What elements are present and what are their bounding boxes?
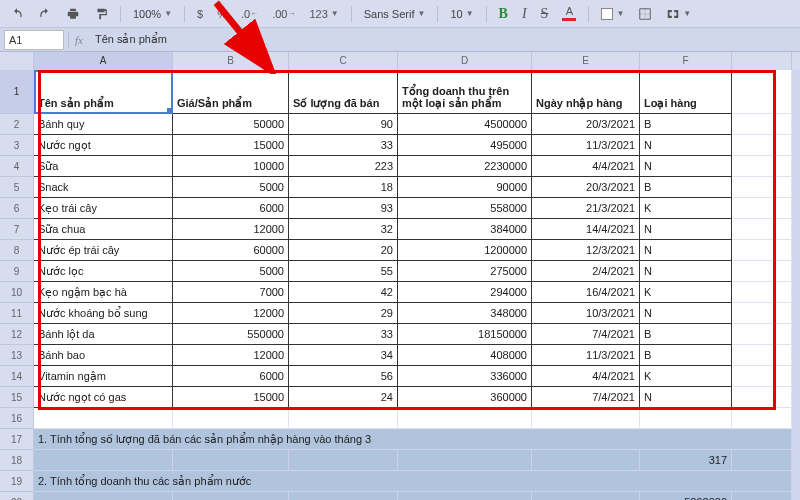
currency-format-button[interactable]: $ [193,4,207,24]
cell-product[interactable]: Nước ngọt có gas [34,387,173,408]
cell-revenue[interactable]: 495000 [398,135,532,156]
row-number[interactable]: 5 [0,177,34,198]
answer-1[interactable]: 317 [640,450,732,471]
cell-revenue[interactable]: 336000 [398,366,532,387]
cell-revenue[interactable]: 360000 [398,387,532,408]
borders-button[interactable] [634,4,656,24]
cell-product[interactable]: Nước khoáng bổ sung [34,303,173,324]
row-number[interactable]: 11 [0,303,34,324]
row-number[interactable]: 16 [0,408,34,429]
cell-qty[interactable]: 34 [289,345,398,366]
cell-product[interactable]: Snack [34,177,173,198]
cell-price[interactable]: 6000 [173,198,289,219]
cell-revenue[interactable]: 2230000 [398,156,532,177]
header-cell[interactable]: Tổng doanh thu trên một loại sản phẩm [398,70,532,114]
cell-revenue[interactable]: 294000 [398,282,532,303]
col-header-e[interactable]: E [532,52,640,70]
fill-color-button[interactable]: ▼ [597,4,628,24]
header-cell[interactable]: Tên sản phẩm [34,70,173,114]
paint-format-icon[interactable] [90,4,112,24]
cell-qty[interactable]: 20 [289,240,398,261]
cell-date[interactable]: 20/3/2021 [532,177,640,198]
cell-price[interactable]: 12000 [173,345,289,366]
zoom-select[interactable]: 100%▼ [129,4,176,24]
cell-type[interactable]: K [640,198,732,219]
decrease-decimal-button[interactable]: .0← [237,4,262,24]
cell-type[interactable]: K [640,366,732,387]
header-cell[interactable]: Số lượng đã bán [289,70,398,114]
row-number[interactable]: 14 [0,366,34,387]
cell-qty[interactable]: 24 [289,387,398,408]
row-number[interactable]: 4 [0,156,34,177]
cell-product[interactable]: Kẹo trái cây [34,198,173,219]
cell-revenue[interactable]: 275000 [398,261,532,282]
cell-qty[interactable]: 32 [289,219,398,240]
font-family-select[interactable]: Sans Serif▼ [360,4,430,24]
row-number[interactable]: 3 [0,135,34,156]
row-number[interactable]: 18 [0,450,34,471]
cell-type[interactable]: B [640,177,732,198]
question-2[interactable]: 2. Tính tổng doanh thu các sản phẩm nước [34,471,792,492]
cell-price[interactable]: 50000 [173,114,289,135]
column-headers[interactable]: A B C D E F [0,52,800,70]
redo-icon[interactable] [34,4,56,24]
cell-revenue[interactable]: 408000 [398,345,532,366]
cell-revenue[interactable]: 1200000 [398,240,532,261]
cell-type[interactable]: B [640,114,732,135]
cell-date[interactable]: 20/3/2021 [532,114,640,135]
cell-type[interactable]: B [640,345,732,366]
cell-product[interactable]: Nước ép trái cây [34,240,173,261]
fx-icon[interactable]: fx [69,34,89,46]
cell-date[interactable]: 16/4/2021 [532,282,640,303]
undo-icon[interactable] [6,4,28,24]
row-number[interactable]: 7 [0,219,34,240]
cell-qty[interactable]: 93 [289,198,398,219]
row-number[interactable]: 10 [0,282,34,303]
cell-qty[interactable]: 90 [289,114,398,135]
row-number[interactable]: 15 [0,387,34,408]
cell-product[interactable]: Sữa chua [34,219,173,240]
row-number[interactable]: 1 [0,70,34,114]
cell-qty[interactable]: 223 [289,156,398,177]
cell-date[interactable]: 12/3/2021 [532,240,640,261]
cell-type[interactable]: K [640,282,732,303]
cell-product[interactable]: Sữa [34,156,173,177]
cell-price[interactable]: 15000 [173,387,289,408]
row-number[interactable]: 2 [0,114,34,135]
cell-qty[interactable]: 33 [289,324,398,345]
cell-product[interactable]: Vitamin ngậm [34,366,173,387]
col-header-b[interactable]: B [173,52,289,70]
cell-revenue[interactable]: 384000 [398,219,532,240]
cell-date[interactable]: 7/4/2021 [532,324,640,345]
cell-date[interactable]: 21/3/2021 [532,198,640,219]
font-size-select[interactable]: 10▼ [446,4,477,24]
cell-qty[interactable]: 29 [289,303,398,324]
row-number[interactable]: 9 [0,261,34,282]
cell-qty[interactable]: 56 [289,366,398,387]
row-number[interactable]: 8 [0,240,34,261]
cell-price[interactable]: 60000 [173,240,289,261]
question-1[interactable]: 1. Tính tổng số lượng đã bán các sản phẩ… [34,429,792,450]
cell-date[interactable]: 4/4/2021 [532,366,640,387]
cell-revenue[interactable]: 348000 [398,303,532,324]
select-all-corner[interactable] [0,52,34,70]
increase-decimal-button[interactable]: .00→ [268,4,299,24]
row-number[interactable]: 17 [0,429,34,450]
cell-qty[interactable]: 33 [289,135,398,156]
cell-type[interactable]: N [640,219,732,240]
cell-price[interactable]: 6000 [173,366,289,387]
cell-type[interactable]: N [640,135,732,156]
name-box[interactable]: A1 [4,30,64,50]
bold-button[interactable]: B [495,4,512,24]
cell-product[interactable]: Kẹo ngậm bạc hà [34,282,173,303]
col-header-a[interactable]: A [34,52,173,70]
number-format-select[interactable]: 123▼ [305,4,342,24]
print-icon[interactable] [62,4,84,24]
formula-input[interactable]: Tên sản phẩm [89,33,800,46]
row-number[interactable]: 6 [0,198,34,219]
col-header-d[interactable]: D [398,52,532,70]
col-header-c[interactable]: C [289,52,398,70]
cell-price[interactable]: 5000 [173,261,289,282]
cell-product[interactable]: Bánh lột da [34,324,173,345]
cell-type[interactable]: N [640,240,732,261]
